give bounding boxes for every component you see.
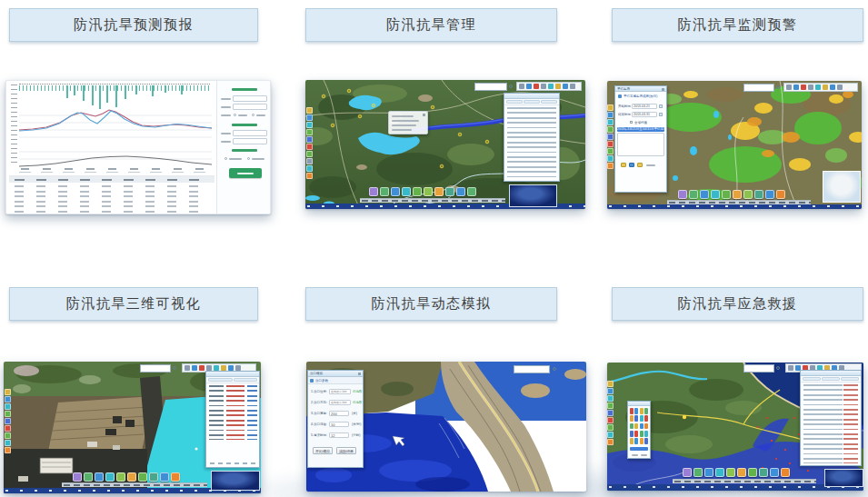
- sim-pick-input[interactable]: 在地图中选取: [329, 389, 351, 394]
- layer-panel-tabs[interactable]: [801, 376, 861, 383]
- toolbar-icon[interactable]: [607, 410, 614, 416]
- dock-icon[interactable]: [689, 190, 698, 199]
- toolbar-icon[interactable]: [306, 144, 313, 150]
- dock-icon[interactable]: [171, 472, 180, 482]
- dock-icon[interactable]: [743, 190, 753, 199]
- search-input[interactable]: [514, 365, 550, 373]
- pager[interactable]: [210, 462, 255, 464]
- toolbar-icon[interactable]: [5, 432, 11, 439]
- card-3d-visualization[interactable]: 防汛抗旱三维可视化: [9, 287, 258, 321]
- dock-icon[interactable]: [711, 190, 720, 199]
- draw-icon[interactable]: [823, 84, 828, 90]
- card-monitoring[interactable]: 防汛抗旱监测预警: [612, 8, 863, 42]
- dock-icon[interactable]: [722, 190, 731, 199]
- card-rescue[interactable]: 防汛抗旱应急救援: [612, 287, 863, 321]
- measure-icon[interactable]: [788, 365, 793, 371]
- zoom-icon[interactable]: [815, 84, 821, 90]
- selected-result-item[interactable]: 2013年3月21日至3月31日旱情遥感监测成果: [617, 127, 664, 132]
- toolbar-icon[interactable]: [607, 104, 614, 111]
- measure-icon[interactable]: [519, 84, 524, 89]
- start-time-input[interactable]: [233, 130, 267, 136]
- dock-icon[interactable]: [693, 468, 703, 477]
- toolbar-icon[interactable]: [607, 424, 614, 431]
- dock-icon[interactable]: [149, 472, 158, 482]
- layer-panel[interactable]: [800, 370, 862, 466]
- toolbar-icon[interactable]: [306, 129, 313, 135]
- pan-icon[interactable]: [526, 84, 532, 89]
- search-icon[interactable]: [553, 367, 556, 371]
- overview-map[interactable]: [509, 184, 557, 207]
- dock-icon[interactable]: [73, 472, 82, 482]
- sim-time-input[interactable]: 12: [329, 432, 349, 438]
- sim-dialog[interactable]: 溃口模拟 溃口参数 1.溃口位置: 在地图中选取 已选取 2.溃口方向: 在地图…: [307, 370, 364, 468]
- toolbar-icon[interactable]: [5, 411, 11, 417]
- print-icon[interactable]: [830, 84, 835, 90]
- dialog-tab[interactable]: 溃口参数: [315, 379, 343, 383]
- sim-width-input[interactable]: 200: [329, 411, 349, 416]
- palette-selected-row[interactable]: [630, 447, 648, 451]
- dock-icon[interactable]: [737, 468, 746, 477]
- card-forecast[interactable]: 防汛抗旱预测预报: [9, 8, 258, 42]
- card-management[interactable]: 防汛抗旱管理: [305, 8, 557, 42]
- search-icon[interactable]: [509, 84, 513, 88]
- layer-tree[interactable]: [507, 107, 556, 179]
- toolbar-icon[interactable]: [306, 107, 313, 114]
- measure-icon[interactable]: [185, 365, 190, 371]
- dock-icon[interactable]: [726, 468, 735, 477]
- overview-map[interactable]: [823, 171, 861, 203]
- toolbar-icon[interactable]: [607, 148, 614, 154]
- close-icon[interactable]: [423, 114, 425, 116]
- dock-icon[interactable]: [84, 472, 93, 482]
- play-button[interactable]: [629, 163, 634, 167]
- thumb-forecast-screenshot[interactable]: [5, 80, 271, 214]
- close-icon[interactable]: [358, 373, 361, 375]
- calendar-icon[interactable]: [659, 104, 663, 108]
- dock-icon[interactable]: [733, 190, 742, 199]
- table-col-links[interactable]: [247, 385, 257, 440]
- toolbar-icon[interactable]: [306, 114, 313, 121]
- search-icon[interactable]: [776, 366, 780, 370]
- legend-button[interactable]: [621, 163, 626, 167]
- draw-icon[interactable]: [555, 84, 561, 89]
- layer-tree-highlighted[interactable]: [843, 384, 858, 463]
- dock-icon[interactable]: [754, 190, 763, 199]
- calendar-icon[interactable]: [659, 113, 663, 116]
- search-icon[interactable]: [173, 366, 176, 370]
- thumb-management-screenshot[interactable]: [305, 80, 585, 209]
- toolbar-icon[interactable]: [607, 119, 614, 125]
- dock-icon[interactable]: [700, 190, 709, 199]
- search-input[interactable]: [140, 364, 171, 373]
- dock-icon[interactable]: [781, 468, 790, 477]
- toolbar-icon[interactable]: [306, 136, 313, 143]
- home-icon[interactable]: [570, 84, 575, 89]
- overview-map[interactable]: [824, 469, 863, 487]
- toolbar-icon[interactable]: [607, 388, 614, 394]
- checkbox[interactable]: [630, 121, 633, 124]
- dock-icon[interactable]: [434, 187, 444, 196]
- toolbar-icon[interactable]: [607, 155, 614, 162]
- dock-icon[interactable]: [445, 187, 454, 196]
- home-icon[interactable]: [837, 84, 843, 90]
- search-input[interactable]: [743, 364, 774, 373]
- export-button[interactable]: [637, 163, 643, 167]
- toolbar-icon[interactable]: [607, 417, 614, 423]
- station-select[interactable]: [233, 95, 267, 102]
- dock-icon[interactable]: [765, 190, 774, 199]
- search-input[interactable]: [474, 83, 507, 91]
- layer-panel[interactable]: [504, 93, 560, 182]
- dock-icon[interactable]: [759, 468, 768, 477]
- toolbar-icon[interactable]: [306, 151, 313, 157]
- dock-icon[interactable]: [748, 468, 757, 477]
- toolbar-icon[interactable]: [607, 381, 614, 387]
- sim-speed-input[interactable]: 10: [329, 422, 349, 427]
- toolbar-icon[interactable]: [607, 112, 614, 118]
- scheme-select[interactable]: [233, 104, 267, 110]
- layers-icon[interactable]: [808, 84, 813, 90]
- toolbar-icon[interactable]: [607, 395, 614, 402]
- results-table-panel[interactable]: [205, 371, 260, 468]
- sim-pick-status[interactable]: 已选取: [353, 390, 364, 394]
- toolbar-icon[interactable]: [607, 163, 614, 169]
- toolbar-icon[interactable]: [5, 447, 11, 453]
- dock-icon[interactable]: [770, 468, 779, 477]
- dock-icon[interactable]: [380, 187, 389, 196]
